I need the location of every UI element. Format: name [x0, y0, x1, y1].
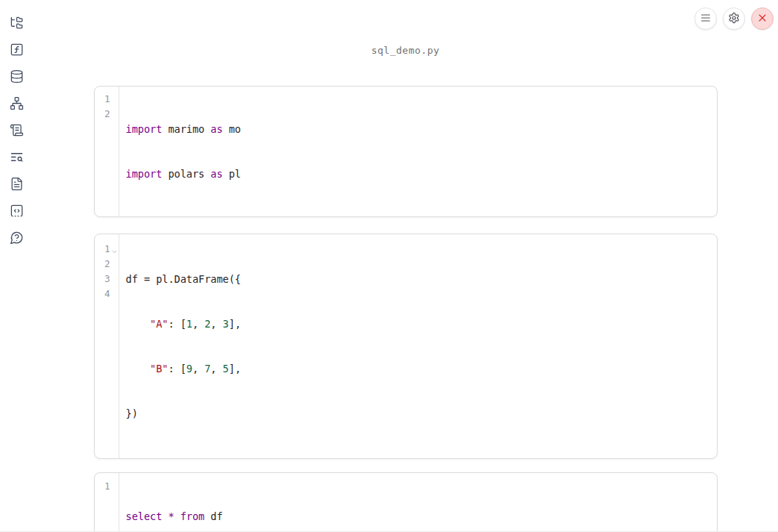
code-line: select * from df — [126, 509, 223, 524]
left-sidebar — [0, 0, 33, 532]
code-cell-dataframe: 1 2 3 4 df = pl.DataFrame({ "A": [1, 2, … — [94, 234, 718, 459]
code-line: df = pl.DataFrame({ — [126, 272, 242, 287]
line-number-gutter: 1 2 — [95, 87, 119, 216]
code-editor[interactable]: 1 2 3 4 df = pl.DataFrame({ "A": [1, 2, … — [95, 234, 717, 458]
notebook-filename[interactable]: sql_demo.py — [94, 45, 718, 56]
sidebar-item-logs[interactable] — [3, 145, 30, 172]
line-number: 2 — [95, 257, 119, 272]
code-content: df = pl.DataFrame({ "A": [1, 2, 3], "B":… — [119, 234, 242, 458]
sidebar-item-file-explorer[interactable] — [3, 10, 30, 37]
file-text-icon — [10, 177, 24, 193]
code-editor[interactable]: 1 2 import marimo as mo import polars as… — [95, 87, 717, 216]
code-line: import marimo as mo — [126, 122, 241, 137]
shutdown-button[interactable] — [751, 7, 774, 30]
line-number-gutter: 1 2 3 4 — [95, 234, 119, 458]
line-number: 2 — [95, 107, 119, 122]
line-number: 4 — [95, 287, 119, 301]
code-line: }) — [126, 406, 242, 421]
sql-editor[interactable]: 1 select * from df — [95, 473, 717, 532]
notebook-main: sql_demo.py 1 2 import marimo as mo impo… — [33, 45, 778, 532]
sidebar-item-snippets[interactable] — [3, 198, 30, 225]
sidebar-item-outline[interactable] — [3, 118, 30, 145]
sidebar-item-documentation[interactable] — [3, 172, 30, 198]
line-number: 1 — [95, 242, 119, 257]
help-bubble-icon — [10, 231, 24, 247]
gear-icon — [728, 12, 740, 26]
code-square-icon — [10, 204, 24, 220]
line-number: 3 — [95, 272, 119, 287]
sidebar-item-variables[interactable] — [3, 37, 30, 64]
code-line: "A": [1, 2, 3], — [126, 316, 242, 331]
line-number-gutter: 1 — [95, 473, 119, 532]
notebook-menu-button[interactable] — [694, 7, 717, 30]
window-controls — [694, 7, 774, 30]
hamburger-menu-icon — [700, 12, 712, 26]
settings-button[interactable] — [723, 7, 745, 30]
sql-cell: 1 select * from df Output variable: sql … — [94, 472, 718, 532]
scroll-text-icon — [10, 123, 24, 140]
code-content: select * from df — [119, 473, 223, 532]
code-line: "B": [9, 7, 5], — [126, 361, 242, 376]
file-tree-icon — [10, 16, 24, 32]
network-icon — [10, 96, 24, 113]
code-cell-imports: 1 2 import marimo as mo import polars as… — [94, 86, 718, 217]
code-line: import polars as pl — [126, 166, 241, 181]
text-search-icon — [10, 150, 24, 166]
line-number: 1 — [95, 92, 119, 107]
line-number: 1 — [95, 479, 119, 494]
sidebar-item-data-sources[interactable] — [3, 64, 30, 91]
sidebar-item-help[interactable] — [3, 225, 30, 252]
fold-chevron-icon[interactable] — [111, 245, 118, 251]
sidebar-item-dependency-graph[interactable] — [3, 91, 30, 118]
code-content: import marimo as mo import polars as pl — [119, 87, 241, 216]
close-x-icon — [756, 12, 768, 26]
database-icon — [10, 69, 24, 86]
function-square-icon — [10, 43, 24, 59]
